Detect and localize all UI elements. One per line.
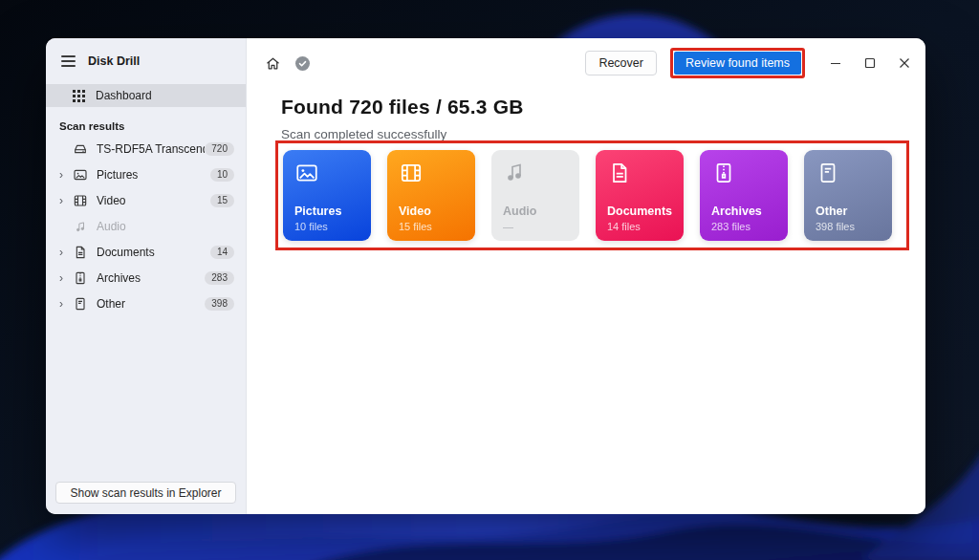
review-found-items-button[interactable]: Review found items <box>674 52 801 75</box>
file-icon <box>816 161 840 189</box>
close-button[interactable] <box>897 55 912 71</box>
sidebar-item-pictures[interactable]: › Pictures 10 <box>46 162 246 187</box>
window-controls <box>828 55 912 71</box>
archives-count-badge: 283 <box>205 271 234 285</box>
document-icon <box>607 161 632 189</box>
sidebar-item-other[interactable]: › Other 398 <box>46 291 246 316</box>
scan-results-list: TS-RDF5A Transcend US... 720 › Pictures … <box>46 136 246 316</box>
toolbar: Recover Review found items <box>247 46 925 80</box>
review-highlight-annotation: Review found items <box>670 48 805 78</box>
zip-icon <box>711 161 736 189</box>
documents-icon <box>73 245 88 260</box>
desktop: Disk Drill Dashboard Scan results <box>0 0 979 560</box>
sidebar-header: Disk Drill <box>46 38 246 71</box>
main-content: Recover Review found items <box>247 38 925 514</box>
grid-icon <box>71 88 86 103</box>
recover-button[interactable]: Recover <box>585 51 657 75</box>
found-files-heading: Found 720 files / 65.3 GB <box>281 96 925 118</box>
video-icon <box>73 193 88 208</box>
sidebar-item-dashboard[interactable]: Dashboard <box>46 84 246 107</box>
chevron-right-icon[interactable]: › <box>59 272 73 284</box>
scan-status-text: Scan completed successfully <box>281 127 925 141</box>
card-pictures[interactable]: Pictures 10 files <box>283 150 371 241</box>
other-icon <box>73 296 88 312</box>
card-archives[interactable]: Archives 283 files <box>700 150 788 241</box>
drive-icon <box>73 141 88 157</box>
chevron-right-icon[interactable]: › <box>59 298 73 310</box>
minimize-button[interactable] <box>828 55 843 71</box>
pictures-icon <box>73 167 88 183</box>
sidebar: Disk Drill Dashboard Scan results <box>46 38 247 514</box>
card-other[interactable]: Other 398 files <box>804 150 892 241</box>
home-icon[interactable] <box>264 54 281 72</box>
scan-results-header: Scan results <box>59 120 246 132</box>
disk-drill-window: Disk Drill Dashboard Scan results <box>46 38 925 514</box>
other-count-badge: 398 <box>205 297 234 311</box>
audio-icon <box>73 219 88 234</box>
dashboard-label: Dashboard <box>96 89 152 102</box>
chevron-right-icon[interactable]: › <box>59 169 73 181</box>
scan-complete-check-icon[interactable] <box>295 56 310 71</box>
archives-icon <box>73 270 88 286</box>
image-icon <box>294 161 319 189</box>
chevron-right-icon[interactable]: › <box>59 195 73 206</box>
film-icon <box>399 161 424 189</box>
card-audio: Audio — <box>491 150 579 241</box>
music-note-icon <box>503 161 526 187</box>
category-cards-row: Pictures 10 files Video 15 files <box>283 150 892 241</box>
pictures-count-badge: 10 <box>210 168 234 182</box>
chevron-right-icon[interactable]: › <box>59 247 73 258</box>
sidebar-item-video[interactable]: › Video 15 <box>46 187 246 213</box>
hamburger-menu-icon[interactable] <box>61 55 76 66</box>
documents-count-badge: 14 <box>210 246 234 259</box>
show-in-explorer-button[interactable]: Show scan results in Explorer <box>55 482 236 504</box>
app-title: Disk Drill <box>88 54 140 68</box>
sidebar-item-device[interactable]: TS-RDF5A Transcend US... 720 <box>46 136 246 162</box>
device-count-badge: 720 <box>205 142 234 156</box>
sidebar-item-archives[interactable]: › Archives 283 <box>46 265 246 291</box>
sidebar-item-documents[interactable]: › Documents 14 <box>46 239 246 265</box>
video-count-badge: 15 <box>210 194 234 207</box>
device-label: TS-RDF5A Transcend US... <box>97 142 205 156</box>
card-video[interactable]: Video 15 files <box>387 150 475 241</box>
sidebar-item-audio: Audio <box>46 213 246 239</box>
maximize-button[interactable] <box>862 55 878 71</box>
card-documents[interactable]: Documents 14 files <box>596 150 684 241</box>
cards-highlight-annotation: Pictures 10 files Video 15 files <box>275 140 909 250</box>
